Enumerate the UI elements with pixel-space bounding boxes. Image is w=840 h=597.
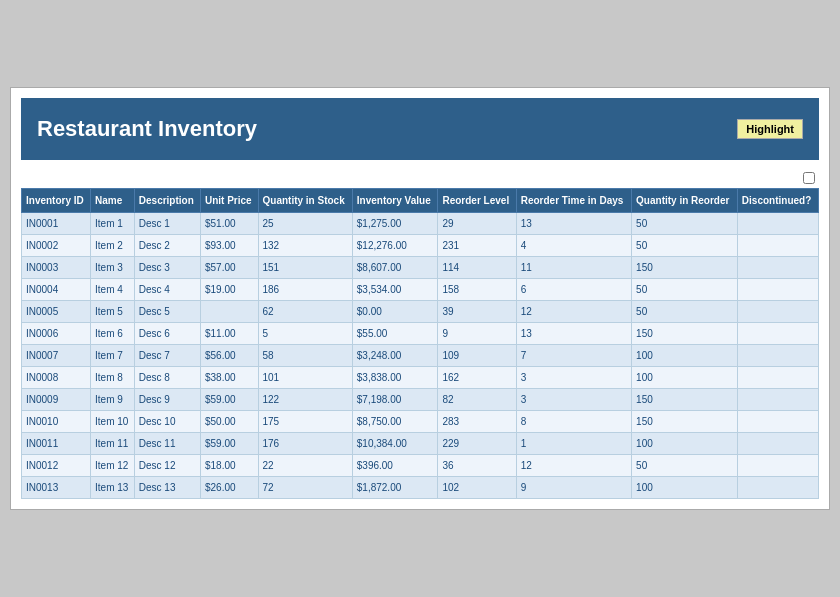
cell-0-0: IN0001 — [22, 213, 91, 235]
cell-9-0: IN0010 — [22, 411, 91, 433]
cell-9-6: 283 — [438, 411, 516, 433]
cell-4-2: Desc 5 — [134, 301, 200, 323]
cell-1-2: Desc 2 — [134, 235, 200, 257]
cell-7-1: Item 8 — [91, 367, 135, 389]
cell-4-4: 62 — [258, 301, 352, 323]
cell-3-1: Item 4 — [91, 279, 135, 301]
cell-6-4: 58 — [258, 345, 352, 367]
inventory-table: Inventory IDNameDescriptionUnit PriceQua… — [21, 188, 819, 499]
header-bar: Restaurant Inventory Highlight — [21, 98, 819, 160]
cell-10-8: 100 — [632, 433, 738, 455]
select-all-checkbox[interactable] — [803, 172, 815, 184]
cell-0-7: 13 — [516, 213, 631, 235]
cell-11-0: IN0012 — [22, 455, 91, 477]
cell-5-8: 150 — [632, 323, 738, 345]
cell-3-8: 50 — [632, 279, 738, 301]
cell-5-4: 5 — [258, 323, 352, 345]
cell-5-6: 9 — [438, 323, 516, 345]
cell-11-2: Desc 12 — [134, 455, 200, 477]
cell-2-1: Item 3 — [91, 257, 135, 279]
cell-2-0: IN0003 — [22, 257, 91, 279]
cell-11-4: 22 — [258, 455, 352, 477]
cell-5-0: IN0006 — [22, 323, 91, 345]
cell-10-5: $10,384.00 — [352, 433, 438, 455]
cell-2-8: 150 — [632, 257, 738, 279]
cell-8-7: 3 — [516, 389, 631, 411]
cell-1-5: $12,276.00 — [352, 235, 438, 257]
cell-10-3: $59.00 — [200, 433, 258, 455]
cell-8-8: 150 — [632, 389, 738, 411]
cell-3-9 — [737, 279, 818, 301]
cell-6-0: IN0007 — [22, 345, 91, 367]
cell-12-0: IN0013 — [22, 477, 91, 499]
cell-3-3: $19.00 — [200, 279, 258, 301]
cell-4-3 — [200, 301, 258, 323]
cell-1-3: $93.00 — [200, 235, 258, 257]
cell-1-0: IN0002 — [22, 235, 91, 257]
cell-11-8: 50 — [632, 455, 738, 477]
cell-0-1: Item 1 — [91, 213, 135, 235]
cell-2-4: 151 — [258, 257, 352, 279]
cell-0-4: 25 — [258, 213, 352, 235]
col-header-inventory-id: Inventory ID — [22, 189, 91, 213]
cell-9-1: Item 10 — [91, 411, 135, 433]
cell-9-9 — [737, 411, 818, 433]
cell-0-2: Desc 1 — [134, 213, 200, 235]
cell-12-8: 100 — [632, 477, 738, 499]
cell-6-3: $56.00 — [200, 345, 258, 367]
cell-4-8: 50 — [632, 301, 738, 323]
cell-10-9 — [737, 433, 818, 455]
cell-7-6: 162 — [438, 367, 516, 389]
cell-8-0: IN0009 — [22, 389, 91, 411]
cell-8-4: 122 — [258, 389, 352, 411]
cell-2-2: Desc 3 — [134, 257, 200, 279]
table-header-row: Inventory IDNameDescriptionUnit PriceQua… — [22, 189, 819, 213]
cell-4-6: 39 — [438, 301, 516, 323]
cell-11-7: 12 — [516, 455, 631, 477]
cell-6-2: Desc 7 — [134, 345, 200, 367]
cell-5-3: $11.00 — [200, 323, 258, 345]
table-row: IN0007Item 7Desc 7$56.0058$3,248.0010971… — [22, 345, 819, 367]
cell-2-7: 11 — [516, 257, 631, 279]
cell-12-1: Item 13 — [91, 477, 135, 499]
cell-12-2: Desc 13 — [134, 477, 200, 499]
col-header-reorder-level: Reorder Level — [438, 189, 516, 213]
table-row: IN0003Item 3Desc 3$57.00151$8,607.001141… — [22, 257, 819, 279]
cell-5-5: $55.00 — [352, 323, 438, 345]
cell-5-9 — [737, 323, 818, 345]
cell-8-2: Desc 9 — [134, 389, 200, 411]
cell-6-6: 109 — [438, 345, 516, 367]
table-row: IN0004Item 4Desc 4$19.00186$3,534.001586… — [22, 279, 819, 301]
cell-3-4: 186 — [258, 279, 352, 301]
table-row: IN0010Item 10Desc 10$50.00175$8,750.0028… — [22, 411, 819, 433]
cell-7-3: $38.00 — [200, 367, 258, 389]
table-row: IN0011Item 11Desc 11$59.00176$10,384.002… — [22, 433, 819, 455]
cell-3-6: 158 — [438, 279, 516, 301]
highlight-button[interactable]: Highlight — [737, 119, 803, 139]
col-header-name: Name — [91, 189, 135, 213]
cell-1-7: 4 — [516, 235, 631, 257]
cell-7-0: IN0008 — [22, 367, 91, 389]
cell-9-8: 150 — [632, 411, 738, 433]
cell-4-1: Item 5 — [91, 301, 135, 323]
cell-10-7: 1 — [516, 433, 631, 455]
cell-0-3: $51.00 — [200, 213, 258, 235]
cell-1-1: Item 2 — [91, 235, 135, 257]
col-header-quantity-in-stock: Quantity in Stock — [258, 189, 352, 213]
cell-11-9 — [737, 455, 818, 477]
cell-9-2: Desc 10 — [134, 411, 200, 433]
cell-0-8: 50 — [632, 213, 738, 235]
cell-4-9 — [737, 301, 818, 323]
col-header-quantity-in-reorder: Quantity in Reorder — [632, 189, 738, 213]
cell-10-6: 229 — [438, 433, 516, 455]
table-row: IN0001Item 1Desc 1$51.0025$1,275.0029135… — [22, 213, 819, 235]
cell-0-6: 29 — [438, 213, 516, 235]
cell-7-2: Desc 8 — [134, 367, 200, 389]
table-row: IN0008Item 8Desc 8$38.00101$3,838.001623… — [22, 367, 819, 389]
cell-8-1: Item 9 — [91, 389, 135, 411]
cell-3-7: 6 — [516, 279, 631, 301]
cell-6-1: Item 7 — [91, 345, 135, 367]
cell-3-2: Desc 4 — [134, 279, 200, 301]
cell-3-5: $3,534.00 — [352, 279, 438, 301]
table-row: IN0005Item 5Desc 562$0.00391250 — [22, 301, 819, 323]
